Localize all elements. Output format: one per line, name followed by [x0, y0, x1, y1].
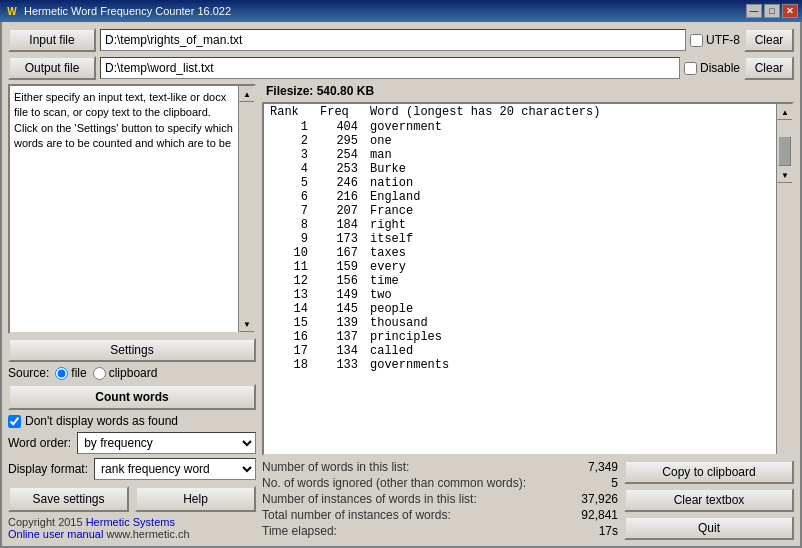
word-cell: one — [364, 134, 776, 148]
freq-cell: 137 — [314, 330, 364, 344]
scroll-thumb — [239, 102, 254, 316]
table-row: 12 156 time — [264, 274, 776, 288]
count-words-button[interactable]: Count words — [8, 384, 256, 410]
freq-cell: 133 — [314, 358, 364, 372]
clear-textbox-button[interactable]: Clear textbox — [624, 488, 794, 512]
freq-cell: 404 — [314, 120, 364, 134]
table-row: 8 184 right — [264, 218, 776, 232]
manual-row: Online user manual www.hermetic.ch — [8, 528, 256, 540]
words-in-list-value: 7,349 — [568, 460, 618, 474]
disable-checkbox[interactable] — [684, 62, 697, 75]
word-order-select[interactable]: by frequencyalphabeticalby length — [77, 432, 256, 454]
freq-cell: 159 — [314, 260, 364, 274]
description-text: Either specify an input text, text-like … — [10, 86, 238, 332]
word-cell: right — [364, 218, 776, 232]
word-cell: taxes — [364, 246, 776, 260]
time-elapsed-value: 17s — [568, 524, 618, 538]
rank-cell: 11 — [264, 260, 314, 274]
time-elapsed-label: Time elapsed: — [262, 524, 337, 538]
source-clipboard-radio[interactable] — [93, 367, 106, 380]
freq-cell: 156 — [314, 274, 364, 288]
words-ignored-label: No. of words ignored (other than common … — [262, 476, 526, 490]
rank-cell: 3 — [264, 148, 314, 162]
table-row: 13 149 two — [264, 288, 776, 302]
utf8-checkbox[interactable] — [690, 34, 703, 47]
rank-cell: 1 — [264, 120, 314, 134]
freq-cell: 184 — [314, 218, 364, 232]
table-row: 11 159 every — [264, 260, 776, 274]
results-scroll-down[interactable]: ▼ — [777, 167, 793, 183]
clear-output-button[interactable]: Clear — [744, 56, 794, 80]
word-cell: England — [364, 190, 776, 204]
rank-cell: 4 — [264, 162, 314, 176]
display-format-select[interactable]: rank frequency wordword frequency rankfr… — [94, 458, 256, 480]
results-scroll-thumb — [778, 136, 791, 166]
stats-left: Number of words in this list: 7,349 No. … — [262, 460, 618, 540]
freq-cell: 167 — [314, 246, 364, 260]
description-area: Either specify an input text, text-like … — [8, 84, 256, 334]
online-manual-link[interactable]: Online user manual — [8, 528, 103, 540]
output-file-button[interactable]: Output file — [8, 56, 96, 80]
description-scrollbar[interactable]: ▲ ▼ — [238, 86, 254, 332]
clear-input-button[interactable]: Clear — [744, 28, 794, 52]
word-cell: people — [364, 302, 776, 316]
word-cell: France — [364, 204, 776, 218]
source-clipboard-label: clipboard — [93, 366, 158, 380]
word-cell: time — [364, 274, 776, 288]
rank-cell: 7 — [264, 204, 314, 218]
table-row: 2 295 one — [264, 134, 776, 148]
table-row: 9 173 itself — [264, 232, 776, 246]
rank-cell: 9 — [264, 232, 314, 246]
minimize-button[interactable]: — — [746, 4, 762, 18]
scroll-up-arrow[interactable]: ▲ — [239, 86, 255, 102]
filesize: Filesize: 540.80 KB — [262, 84, 794, 98]
close-button[interactable]: ✕ — [782, 4, 798, 18]
total-instances-row: Total number of instances of words: 92,8… — [262, 508, 618, 522]
save-settings-button[interactable]: Save settings — [8, 486, 129, 512]
settings-button[interactable]: Settings — [8, 338, 256, 362]
dont-display-checkbox[interactable] — [8, 415, 21, 428]
words-in-list-label: Number of words in this list: — [262, 460, 409, 474]
hermetic-link[interactable]: Hermetic Systems — [86, 516, 175, 528]
dont-display-label: Don't display words as found — [25, 414, 178, 428]
word-order-label: Word order: — [8, 436, 71, 450]
maximize-button[interactable]: □ — [764, 4, 780, 18]
table-row: 4 253 Burke — [264, 162, 776, 176]
input-file-button[interactable]: Input file — [8, 28, 96, 52]
freq-cell: 207 — [314, 204, 364, 218]
word-header: Word (longest has 20 characters) — [364, 104, 776, 120]
freq-header: Freq — [314, 104, 364, 120]
copy-clipboard-button[interactable]: Copy to clipboard — [624, 460, 794, 484]
results-scrollbar[interactable]: ▲ ▼ — [776, 104, 792, 454]
app-icon: W — [4, 3, 20, 19]
word-cell: itself — [364, 232, 776, 246]
table-row: 5 246 nation — [264, 176, 776, 190]
source-file-radio[interactable] — [55, 367, 68, 380]
results-container: Rank Freq Word (longest has 20 character… — [262, 102, 794, 456]
help-button[interactable]: Help — [135, 486, 256, 512]
rank-cell: 16 — [264, 330, 314, 344]
quit-button[interactable]: Quit — [624, 516, 794, 540]
freq-cell: 254 — [314, 148, 364, 162]
table-row: 15 139 thousand — [264, 316, 776, 330]
words-ignored-value: 5 — [568, 476, 618, 490]
input-file-field[interactable] — [100, 29, 686, 51]
results-scroll-up[interactable]: ▲ — [777, 104, 793, 120]
table-row: 6 216 England — [264, 190, 776, 204]
freq-cell: 149 — [314, 288, 364, 302]
instances-in-list-label: Number of instances of words in this lis… — [262, 492, 477, 506]
main-window: Input file UTF-8 Clear Output file Disab… — [0, 22, 802, 548]
table-row: 16 137 principles — [264, 330, 776, 344]
rank-cell: 10 — [264, 246, 314, 260]
word-cell: nation — [364, 176, 776, 190]
scroll-down-arrow[interactable]: ▼ — [239, 316, 255, 332]
rank-cell: 5 — [264, 176, 314, 190]
results-header: Rank Freq Word (longest has 20 character… — [264, 104, 776, 120]
rank-cell: 2 — [264, 134, 314, 148]
words-ignored-row: No. of words ignored (other than common … — [262, 476, 618, 490]
results-scroll-area[interactable]: Rank Freq Word (longest has 20 character… — [264, 104, 776, 454]
table-row: 7 207 France — [264, 204, 776, 218]
copyright-text: Copyright 2015 — [8, 516, 83, 528]
word-cell: every — [364, 260, 776, 274]
output-file-field[interactable] — [100, 57, 680, 79]
